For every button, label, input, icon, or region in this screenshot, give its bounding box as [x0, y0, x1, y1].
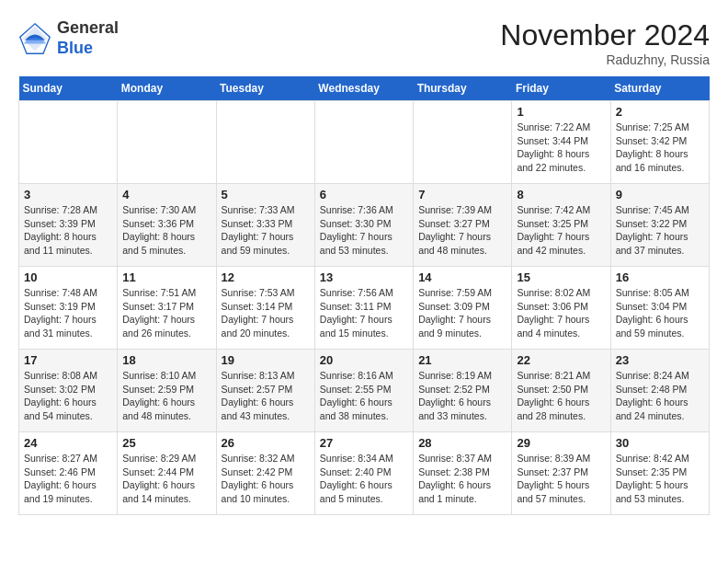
- weekday-header-row: SundayMondayTuesdayWednesdayThursdayFrid…: [19, 76, 710, 101]
- day-info: Sunrise: 8:39 AM Sunset: 2:37 PM Dayligh…: [517, 452, 605, 506]
- day-number: 27: [320, 436, 408, 450]
- calendar-cell: 1Sunrise: 7:22 AM Sunset: 3:44 PM Daylig…: [512, 101, 610, 184]
- calendar-cell: 26Sunrise: 8:32 AM Sunset: 2:42 PM Dayli…: [216, 432, 314, 515]
- calendar-cell: [314, 101, 413, 184]
- weekday-header-thursday: Thursday: [414, 76, 512, 101]
- calendar-cell: 30Sunrise: 8:42 AM Sunset: 2:35 PM Dayli…: [610, 432, 709, 515]
- day-info: Sunrise: 7:33 AM Sunset: 3:33 PM Dayligh…: [222, 203, 310, 258]
- day-info: Sunrise: 8:29 AM Sunset: 2:44 PM Dayligh…: [122, 452, 210, 506]
- calendar-cell: 23Sunrise: 8:24 AM Sunset: 2:48 PM Dayli…: [610, 350, 709, 432]
- day-number: 18: [122, 353, 210, 367]
- calendar-cell: 20Sunrise: 8:16 AM Sunset: 2:55 PM Dayli…: [314, 350, 413, 432]
- logo-text: General Blue: [57, 18, 119, 58]
- calendar-body: 1Sunrise: 7:22 AM Sunset: 3:44 PM Daylig…: [19, 101, 710, 515]
- day-number: 13: [320, 270, 408, 284]
- day-number: 4: [122, 188, 210, 201]
- calendar-week-row: 10Sunrise: 7:48 AM Sunset: 3:19 PM Dayli…: [19, 267, 710, 350]
- day-info: Sunrise: 7:30 AM Sunset: 3:36 PM Dayligh…: [122, 203, 210, 258]
- day-number: 2: [616, 105, 704, 119]
- day-number: 9: [616, 188, 704, 201]
- day-number: 14: [418, 270, 506, 284]
- day-info: Sunrise: 7:51 AM Sunset: 3:17 PM Dayligh…: [122, 286, 210, 340]
- day-number: 23: [616, 353, 704, 367]
- day-number: 16: [616, 270, 704, 284]
- page-header: General Blue November 2024 Raduzhny, Rus…: [18, 18, 710, 67]
- weekday-header-sunday: Sunday: [19, 76, 118, 101]
- weekday-header-tuesday: Tuesday: [216, 76, 314, 101]
- day-info: Sunrise: 8:08 AM Sunset: 3:02 PM Dayligh…: [24, 369, 112, 423]
- day-info: Sunrise: 8:13 AM Sunset: 2:57 PM Dayligh…: [222, 369, 310, 423]
- day-number: 1: [517, 105, 605, 119]
- day-info: Sunrise: 8:05 AM Sunset: 3:04 PM Dayligh…: [616, 286, 704, 340]
- day-number: 20: [320, 353, 408, 367]
- calendar-cell: 6Sunrise: 7:36 AM Sunset: 3:30 PM Daylig…: [314, 184, 413, 267]
- day-number: 6: [320, 188, 408, 201]
- weekday-header-monday: Monday: [118, 76, 216, 101]
- weekday-header-wednesday: Wednesday: [314, 76, 413, 101]
- day-number: 28: [418, 436, 506, 450]
- calendar-cell: 9Sunrise: 7:45 AM Sunset: 3:22 PM Daylig…: [610, 184, 709, 267]
- location-subtitle: Raduzhny, Russia: [500, 52, 710, 67]
- day-info: Sunrise: 8:27 AM Sunset: 2:46 PM Dayligh…: [24, 452, 112, 506]
- day-number: 15: [517, 270, 605, 284]
- calendar-cell: 11Sunrise: 7:51 AM Sunset: 3:17 PM Dayli…: [118, 267, 216, 350]
- day-number: 21: [418, 353, 506, 367]
- day-info: Sunrise: 8:02 AM Sunset: 3:06 PM Dayligh…: [517, 286, 605, 340]
- day-info: Sunrise: 7:39 AM Sunset: 3:27 PM Dayligh…: [418, 203, 506, 258]
- logo-icon: [18, 22, 51, 55]
- day-number: 26: [222, 436, 310, 450]
- day-number: 24: [24, 436, 112, 450]
- calendar-cell: [19, 101, 118, 184]
- calendar-cell: 18Sunrise: 8:10 AM Sunset: 2:59 PM Dayli…: [118, 350, 216, 432]
- calendar-cell: 29Sunrise: 8:39 AM Sunset: 2:37 PM Dayli…: [512, 432, 610, 515]
- calendar-cell: 15Sunrise: 8:02 AM Sunset: 3:06 PM Dayli…: [512, 267, 610, 350]
- day-info: Sunrise: 7:22 AM Sunset: 3:44 PM Dayligh…: [517, 121, 605, 175]
- calendar-cell: 19Sunrise: 8:13 AM Sunset: 2:57 PM Dayli…: [216, 350, 314, 432]
- calendar-cell: 13Sunrise: 7:56 AM Sunset: 3:11 PM Dayli…: [314, 267, 413, 350]
- day-number: 5: [222, 188, 310, 201]
- weekday-header-saturday: Saturday: [610, 76, 709, 101]
- day-number: 12: [222, 270, 310, 284]
- calendar-cell: 21Sunrise: 8:19 AM Sunset: 2:52 PM Dayli…: [414, 350, 512, 432]
- day-info: Sunrise: 7:42 AM Sunset: 3:25 PM Dayligh…: [517, 203, 605, 258]
- calendar-cell: 5Sunrise: 7:33 AM Sunset: 3:33 PM Daylig…: [216, 184, 314, 267]
- calendar-cell: [216, 101, 314, 184]
- calendar-cell: 24Sunrise: 8:27 AM Sunset: 2:46 PM Dayli…: [19, 432, 118, 515]
- calendar-cell: 22Sunrise: 8:21 AM Sunset: 2:50 PM Dayli…: [512, 350, 610, 432]
- day-info: Sunrise: 7:45 AM Sunset: 3:22 PM Dayligh…: [616, 203, 704, 258]
- day-info: Sunrise: 8:10 AM Sunset: 2:59 PM Dayligh…: [122, 369, 210, 423]
- day-number: 3: [24, 188, 112, 201]
- day-number: 25: [122, 436, 210, 450]
- calendar-cell: 7Sunrise: 7:39 AM Sunset: 3:27 PM Daylig…: [414, 184, 512, 267]
- calendar-week-row: 17Sunrise: 8:08 AM Sunset: 3:02 PM Dayli…: [19, 350, 710, 432]
- title-block: November 2024 Raduzhny, Russia: [500, 18, 710, 67]
- day-info: Sunrise: 8:32 AM Sunset: 2:42 PM Dayligh…: [222, 452, 310, 506]
- day-info: Sunrise: 8:21 AM Sunset: 2:50 PM Dayligh…: [517, 369, 605, 423]
- day-info: Sunrise: 7:25 AM Sunset: 3:42 PM Dayligh…: [616, 121, 704, 175]
- calendar-table: SundayMondayTuesdayWednesdayThursdayFrid…: [18, 76, 710, 515]
- calendar-header: SundayMondayTuesdayWednesdayThursdayFrid…: [19, 76, 710, 101]
- day-info: Sunrise: 8:42 AM Sunset: 2:35 PM Dayligh…: [616, 452, 704, 506]
- calendar-cell: 14Sunrise: 7:59 AM Sunset: 3:09 PM Dayli…: [414, 267, 512, 350]
- day-number: 8: [517, 188, 605, 201]
- day-info: Sunrise: 7:36 AM Sunset: 3:30 PM Dayligh…: [320, 203, 408, 258]
- day-info: Sunrise: 8:37 AM Sunset: 2:38 PM Dayligh…: [418, 452, 506, 506]
- day-info: Sunrise: 7:28 AM Sunset: 3:39 PM Dayligh…: [24, 203, 112, 258]
- day-number: 19: [222, 353, 310, 367]
- day-info: Sunrise: 7:48 AM Sunset: 3:19 PM Dayligh…: [24, 286, 112, 340]
- day-number: 7: [418, 188, 506, 201]
- day-info: Sunrise: 7:59 AM Sunset: 3:09 PM Dayligh…: [418, 286, 506, 340]
- logo: General Blue: [18, 18, 119, 58]
- day-info: Sunrise: 8:24 AM Sunset: 2:48 PM Dayligh…: [616, 369, 704, 423]
- calendar-cell: 17Sunrise: 8:08 AM Sunset: 3:02 PM Dayli…: [19, 350, 118, 432]
- calendar-cell: [118, 101, 216, 184]
- day-info: Sunrise: 7:56 AM Sunset: 3:11 PM Dayligh…: [320, 286, 408, 340]
- calendar-cell: 2Sunrise: 7:25 AM Sunset: 3:42 PM Daylig…: [610, 101, 709, 184]
- calendar-cell: 3Sunrise: 7:28 AM Sunset: 3:39 PM Daylig…: [19, 184, 118, 267]
- calendar-cell: 16Sunrise: 8:05 AM Sunset: 3:04 PM Dayli…: [610, 267, 709, 350]
- day-number: 22: [517, 353, 605, 367]
- calendar-week-row: 1Sunrise: 7:22 AM Sunset: 3:44 PM Daylig…: [19, 101, 710, 184]
- day-info: Sunrise: 8:19 AM Sunset: 2:52 PM Dayligh…: [418, 369, 506, 423]
- calendar-cell: 25Sunrise: 8:29 AM Sunset: 2:44 PM Dayli…: [118, 432, 216, 515]
- day-number: 10: [24, 270, 112, 284]
